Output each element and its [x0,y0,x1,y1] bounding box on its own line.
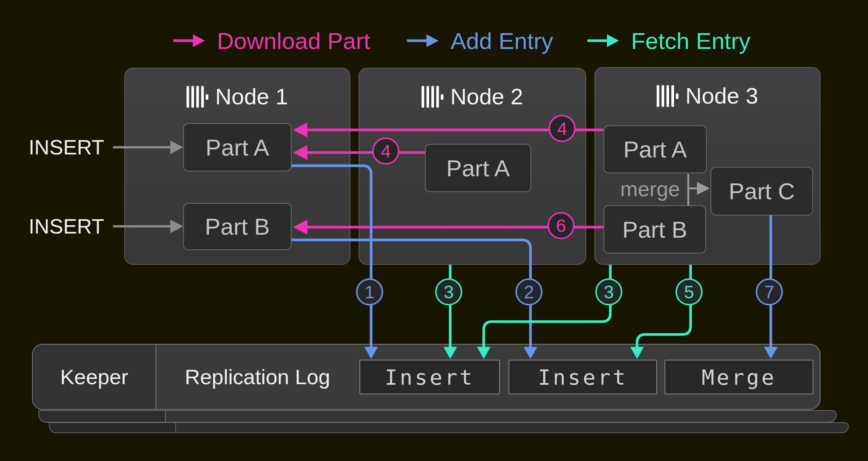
part-label: Part B [205,213,270,240]
keeper-label: Keeper [60,365,128,389]
part-label: Part A [206,134,269,161]
clickhouse-logo-icon [186,85,208,108]
fetch-entry-arrow-icon [587,32,620,50]
step-number: 6 [556,215,566,236]
node2-part-a-box: Part A [425,144,531,192]
log-entry-label: Merge [701,365,776,389]
step-number: 4 [381,141,391,162]
insert-label-1: INSERT [29,135,104,159]
step-circle-4-long: 4 [549,115,576,142]
log-stack-layer-3 [49,422,849,433]
node3-part-b-box: Part B [604,205,706,253]
node-2-title: Node 2 [359,84,585,110]
log-stack-layer-2 [38,410,837,423]
step-circle-2: 2 [515,278,542,305]
legend-label: Download Part [217,27,370,54]
step-circle-7: 7 [756,278,783,305]
step-circle-6: 6 [547,212,575,239]
step-circle-1: 1 [356,278,383,305]
legend-item-fetch-entry: Fetch Entry [587,28,750,53]
part-label: Part B [622,216,687,243]
legend-item-add-entry: Add Entry [406,28,553,53]
replication-log-title: Replication Log [156,345,359,409]
clickhouse-logo-icon [422,85,443,108]
clickhouse-logo-icon [657,85,679,107]
part-label: Part C [729,178,795,205]
step-number: 2 [524,282,534,302]
log-entry-merge: Merge [665,360,813,394]
step-number: 5 [684,282,694,302]
log-entry-label: Insert [538,365,628,389]
add-entry-arrow-icon [406,32,439,50]
log-entry-insert-1: Insert [359,360,500,394]
node-title-label: Node 1 [215,84,288,110]
legend-label: Fetch Entry [631,27,750,54]
node3-part-a-box: Part A [604,125,707,173]
step-number: 1 [365,282,375,302]
log-stack-keeper-segment [39,411,166,422]
node1-part-b-box: Part B [183,203,292,250]
node-3-title: Node 3 [595,83,820,109]
step-number: 3 [604,282,614,302]
fetch-entry-line-step5 [637,265,691,348]
download-part-arrow-icon [173,32,206,50]
node-title-label: Node 2 [450,84,523,110]
node-title-label: Node 3 [685,83,758,109]
insert-label-2: INSERT [29,214,104,238]
node3-part-c-box: Part C [711,167,813,215]
node-1-title: Node 1 [125,84,350,110]
step-circle-3-second: 3 [595,278,622,305]
step-number: 4 [557,118,567,139]
step-number: 7 [764,282,775,302]
legend-item-download-part: Download Part [173,28,370,53]
keeper-section: Keeper [33,345,156,409]
replication-log-bar: Keeper Replication Log Insert Insert Mer… [32,344,821,410]
fetch-entry-line-step3-node3 [484,265,610,348]
step-circle-4-short: 4 [372,137,399,165]
log-entry-label: Insert [385,365,474,389]
log-entry-insert-2: Insert [509,360,657,394]
step-number: 3 [444,282,454,302]
merge-label: merge [588,177,680,201]
part-label: Part A [623,136,687,163]
legend-label: Add Entry [451,27,553,54]
log-stack-keeper-segment [50,423,176,432]
step-circle-3-first: 3 [435,278,462,305]
part-label: Part A [446,155,510,182]
step-circle-5: 5 [675,278,703,305]
node1-part-a-box: Part A [183,123,292,171]
replication-diagram: Download Part Add Entry Fetch Entry Node… [0,0,868,461]
